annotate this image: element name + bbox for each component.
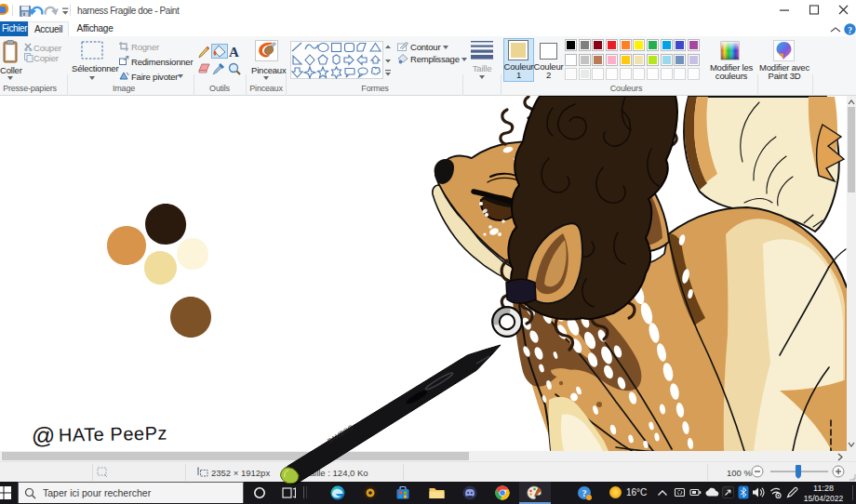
svg-text:@: @ — [32, 422, 56, 448]
svg-text:HATe PeePz: HATe PeePz — [59, 423, 167, 445]
svg-text:?: ? — [848, 26, 852, 35]
svg-text:?: ? — [582, 488, 587, 498]
